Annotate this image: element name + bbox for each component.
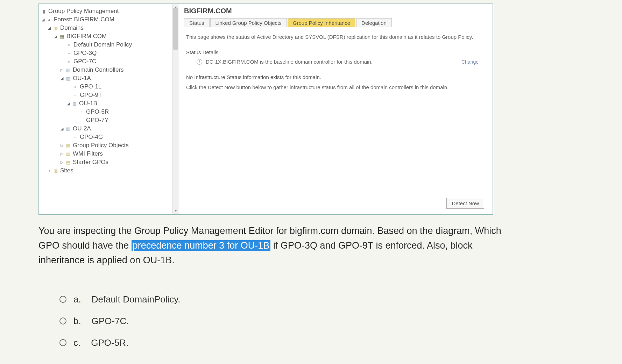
option-c-text: GPO-5R. (91, 336, 128, 350)
radio-icon[interactable] (59, 296, 66, 303)
question-line3: inheritance is applied on OU-1B. (38, 253, 577, 268)
content-panel: BIGFIRM.COM Status Linked Group Policy O… (179, 4, 493, 214)
status-body: This page shows the status of Active Dir… (184, 27, 488, 97)
option-b-letter: b. (73, 314, 81, 328)
tab-linked-gpos[interactable]: Linked Group Policy Objects (210, 18, 287, 27)
ou-icon: ▥ (65, 126, 71, 131)
folder-icon: ▤ (65, 151, 71, 157)
expander-icon[interactable]: ▷ (59, 152, 64, 156)
tree-gpo4g[interactable]: ▫ GPO-4G (41, 133, 177, 141)
option-c-letter: c. (73, 336, 80, 350)
tree-ou1a[interactable]: ◢ ▥ OU-1A (41, 74, 177, 83)
expander-icon[interactable]: ◢ (53, 34, 58, 39)
tree-domains[interactable]: ◢ ▥ Domains (41, 24, 177, 32)
tab-gp-inheritance[interactable]: Group Policy Inheritance (288, 18, 355, 27)
domain-icon: ▦ (59, 34, 65, 39)
tree-gpo9t-label: GPO-9T (80, 92, 102, 99)
radio-icon[interactable] (59, 317, 66, 324)
tree-gpo3q[interactable]: ▫ GPO-3Q (41, 49, 177, 57)
gpo-link-icon: ▫ (72, 134, 78, 140)
tree-ddp-label: Default Domain Policy (73, 41, 132, 48)
expander-icon[interactable]: ▷ (59, 143, 64, 148)
content-title: BIGFIRM.COM (184, 7, 488, 15)
tree-starter[interactable]: ▷ ▤ Starter GPOs (41, 158, 177, 166)
tree-domain-label: BIGFIRM.COM (66, 33, 107, 40)
tree-gpo7c[interactable]: ▫ GPO-7C (41, 57, 177, 66)
folder-icon: ▤ (65, 159, 71, 165)
expander-icon[interactable]: ◢ (41, 17, 45, 22)
tree-gpo5r-label: GPO-5R (86, 108, 109, 115)
tree-gpo7y[interactable]: ▫ GPO-7Y (41, 116, 177, 124)
tree-gpo7y-label: GPO-7Y (86, 117, 108, 124)
forest-icon: ▲ (46, 17, 52, 22)
tab-status[interactable]: Status (184, 18, 210, 27)
expander-icon[interactable]: ▷ (47, 169, 52, 173)
expander-icon[interactable]: ◢ (59, 76, 64, 81)
folder-icon: ▤ (65, 143, 71, 148)
radio-icon[interactable] (59, 339, 66, 346)
baseline-text: DC-1X.BIGFIRM.COM is the baseline domain… (206, 58, 373, 65)
tree-gpo1l[interactable]: ▫ GPO-1L (41, 83, 177, 91)
expander-icon[interactable]: ◢ (66, 101, 71, 106)
scroll-down-arrow[interactable]: ▾ (173, 209, 178, 214)
tree-forest-label: Forest: BIGFIRM.COM (54, 16, 114, 23)
q2-highlight: precedence number 3 for OU-1B (132, 240, 271, 251)
status-details-header: Status Details (186, 49, 486, 56)
option-a-letter: a. (73, 292, 81, 306)
option-b[interactable]: b. GPO-7C. (59, 314, 577, 328)
option-c[interactable]: c. GPO-5R. (59, 336, 577, 350)
tree-domains-label: Domains (60, 24, 84, 31)
console-icon: ▮ (41, 8, 47, 14)
option-a-text: Default DomainPolicy. (92, 292, 181, 306)
ou-icon: ▥ (71, 101, 78, 106)
question-line1: You are inspecting the Group Policy Mana… (38, 224, 577, 238)
tree-gpo1l-label: GPO-1L (80, 83, 101, 90)
no-infra-text: No Infrastructure Status information exi… (186, 74, 486, 81)
gpmc-window: ▴ ▾ ▮ Group Policy Management ◢ ▲ Forest… (38, 3, 493, 215)
tree-sites[interactable]: ▷ ▥ Sites (41, 166, 177, 175)
tree-ddp[interactable]: ▫ Default Domain Policy (41, 41, 177, 49)
tree-wmi[interactable]: ▷ ▤ WMI Filters (41, 150, 177, 158)
gpo-link-icon: ▫ (78, 117, 85, 123)
ou-icon: ▥ (65, 67, 71, 73)
option-b-text: GPO-7C. (92, 314, 129, 328)
tab-delegation[interactable]: Delegation (356, 18, 392, 27)
tree-starter-label: Starter GPOs (73, 159, 108, 166)
tree-ou1b[interactable]: ◢ ▥ OU-1B (41, 99, 177, 108)
expander-icon[interactable]: ▷ (59, 160, 64, 165)
tree-gpo-container[interactable]: ▷ ▤ Group Policy Objects (41, 141, 177, 150)
expander-icon[interactable]: ◢ (47, 26, 52, 30)
tree-gpo4g-label: GPO-4G (80, 134, 103, 141)
tree-gpo9t[interactable]: ▫ GPO-9T (41, 91, 177, 99)
change-link[interactable]: Change (461, 59, 479, 65)
tree-ou2a-label: OU-2A (73, 125, 91, 132)
scroll-thumb[interactable] (173, 8, 178, 50)
tree-gpo5r[interactable]: ▫ GPO-5R (41, 108, 177, 116)
tree-domain[interactable]: ◢ ▦ BIGFIRM.COM (41, 32, 177, 41)
tree-panel: ▴ ▾ ▮ Group Policy Management ◢ ▲ Forest… (39, 4, 179, 214)
gpo-link-icon: ▫ (72, 84, 78, 90)
gpo-link-icon: ▫ (72, 92, 78, 98)
question-line2: GPO should have the precedence number 3 … (38, 238, 577, 253)
tree-ou1a-label: OU-1A (73, 75, 91, 82)
option-a[interactable]: a. Default DomainPolicy. (59, 292, 577, 306)
baseline-row: i DC-1X.BIGFIRM.COM is the baseline doma… (186, 58, 486, 65)
tree-gpo7c-label: GPO-7C (73, 58, 96, 65)
tree-dc[interactable]: ▷ ▥ Domain Controllers (41, 66, 177, 74)
expander-icon[interactable]: ▷ (59, 68, 64, 72)
tab-strip: Status Linked Group Policy Objects Group… (184, 18, 488, 27)
detect-hint: Click the Detect Now button below to gat… (186, 84, 486, 91)
tree-ou2a[interactable]: ◢ ▥ OU-2A (41, 124, 177, 133)
tree-root-label: Group Policy Management (48, 8, 119, 15)
gpo-link-icon: ▫ (66, 59, 72, 64)
question-block: You are inspecting the Group Policy Mana… (38, 224, 577, 357)
tree-forest[interactable]: ◢ ▲ Forest: BIGFIRM.COM (41, 15, 177, 24)
ou-icon: ▥ (65, 76, 71, 81)
expander-icon[interactable]: ◢ (59, 127, 64, 131)
tree-ou1b-label: OU-1B (79, 100, 97, 107)
tree-root[interactable]: ▮ Group Policy Management (41, 7, 177, 15)
folder-icon: ▥ (52, 25, 59, 31)
info-icon: i (197, 59, 202, 65)
tree-wmi-label: WMI Filters (73, 150, 103, 157)
detect-now-button[interactable]: Detect Now (446, 198, 484, 209)
